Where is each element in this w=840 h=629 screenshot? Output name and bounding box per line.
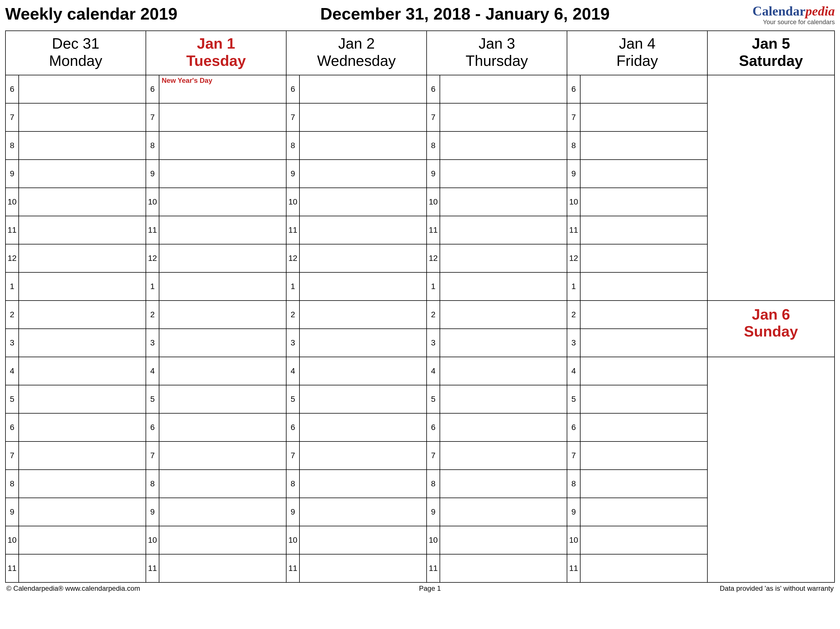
time-slot[interactable]: [159, 498, 286, 526]
time-slot[interactable]: [580, 554, 707, 582]
time-slot[interactable]: [440, 441, 567, 470]
time-slot[interactable]: [300, 554, 426, 582]
time-slot[interactable]: [159, 385, 286, 413]
time-slot[interactable]: [580, 357, 707, 385]
hour-label: 4: [567, 357, 580, 385]
time-slot[interactable]: [580, 103, 707, 131]
time-slot[interactable]: [159, 244, 286, 273]
time-slot[interactable]: [19, 554, 146, 582]
time-slot[interactable]: [159, 160, 286, 188]
time-slot[interactable]: [19, 385, 146, 413]
time-slot[interactable]: [580, 301, 707, 329]
time-slot[interactable]: [440, 413, 567, 441]
time-slot[interactable]: [580, 413, 707, 441]
time-slot[interactable]: [440, 357, 567, 385]
time-slot[interactable]: [159, 329, 286, 357]
time-slot[interactable]: [19, 131, 146, 160]
time-slot[interactable]: [580, 131, 707, 160]
time-slot[interactable]: [159, 216, 286, 244]
time-slot[interactable]: [440, 216, 567, 244]
time-slot[interactable]: [300, 357, 426, 385]
time-slot[interactable]: [300, 216, 426, 244]
time-slot[interactable]: [159, 526, 286, 554]
time-slot[interactable]: [440, 131, 567, 160]
time-slot[interactable]: [19, 301, 146, 329]
time-slot[interactable]: [580, 385, 707, 413]
hour-label: 7: [567, 103, 580, 131]
time-slot[interactable]: [300, 385, 426, 413]
time-slot[interactable]: [580, 216, 707, 244]
time-slot[interactable]: New Year's Day: [159, 75, 286, 103]
hour-label: 10: [5, 526, 19, 554]
time-slot[interactable]: [19, 413, 146, 441]
time-slot[interactable]: [440, 273, 567, 301]
time-slot[interactable]: [159, 357, 286, 385]
time-slot[interactable]: [580, 188, 707, 216]
time-slot[interactable]: [300, 470, 426, 498]
day-header-mon: Dec 31 Monday: [5, 31, 146, 75]
time-slot[interactable]: [440, 103, 567, 131]
time-slot[interactable]: [440, 385, 567, 413]
time-slot[interactable]: [440, 75, 567, 103]
time-slot[interactable]: [580, 498, 707, 526]
time-slot[interactable]: [159, 554, 286, 582]
time-slot[interactable]: [580, 75, 707, 103]
time-slot[interactable]: [440, 554, 567, 582]
time-slot[interactable]: [440, 160, 567, 188]
sunday-slot[interactable]: [707, 357, 835, 582]
time-slot[interactable]: [159, 470, 286, 498]
time-slot[interactable]: [300, 413, 426, 441]
time-slot[interactable]: [19, 526, 146, 554]
time-slot[interactable]: [300, 273, 426, 301]
time-slot[interactable]: [440, 244, 567, 273]
time-slot[interactable]: [19, 188, 146, 216]
time-slot[interactable]: [300, 244, 426, 273]
saturday-slot[interactable]: [707, 75, 835, 301]
time-slot[interactable]: [19, 75, 146, 103]
time-slot[interactable]: [19, 216, 146, 244]
time-slot[interactable]: [300, 188, 426, 216]
time-slot[interactable]: [19, 273, 146, 301]
time-slot[interactable]: [440, 526, 567, 554]
hour-label: 11: [5, 554, 19, 582]
time-slot[interactable]: [580, 329, 707, 357]
time-slot[interactable]: [580, 526, 707, 554]
time-slot[interactable]: [19, 357, 146, 385]
time-slot[interactable]: [19, 441, 146, 470]
time-slot[interactable]: [300, 441, 426, 470]
time-slot[interactable]: [440, 188, 567, 216]
time-slot[interactable]: [159, 301, 286, 329]
time-slot[interactable]: [580, 244, 707, 273]
time-slot[interactable]: [19, 244, 146, 273]
time-slot[interactable]: [440, 301, 567, 329]
time-slot[interactable]: [580, 470, 707, 498]
time-slot[interactable]: [159, 273, 286, 301]
time-slot[interactable]: [19, 103, 146, 131]
time-slot[interactable]: [19, 329, 146, 357]
time-slot[interactable]: [19, 470, 146, 498]
time-slot[interactable]: [159, 188, 286, 216]
time-slot[interactable]: [440, 470, 567, 498]
time-slot[interactable]: [300, 75, 426, 103]
time-slot[interactable]: [580, 273, 707, 301]
time-slot[interactable]: [300, 131, 426, 160]
hour-label: 4: [286, 357, 300, 385]
hour-label: 7: [286, 441, 300, 470]
time-slot[interactable]: [300, 301, 426, 329]
time-slot[interactable]: [300, 103, 426, 131]
hour-label: 9: [146, 160, 159, 188]
time-slot[interactable]: [159, 131, 286, 160]
time-slot[interactable]: [159, 103, 286, 131]
time-slot[interactable]: [440, 498, 567, 526]
time-slot[interactable]: [300, 526, 426, 554]
time-slot[interactable]: [159, 413, 286, 441]
time-slot[interactable]: [19, 498, 146, 526]
time-slot[interactable]: [440, 329, 567, 357]
time-slot[interactable]: [580, 441, 707, 470]
time-slot[interactable]: [580, 160, 707, 188]
time-slot[interactable]: [19, 160, 146, 188]
time-slot[interactable]: [300, 329, 426, 357]
time-slot[interactable]: [300, 498, 426, 526]
time-slot[interactable]: [300, 160, 426, 188]
time-slot[interactable]: [159, 441, 286, 470]
